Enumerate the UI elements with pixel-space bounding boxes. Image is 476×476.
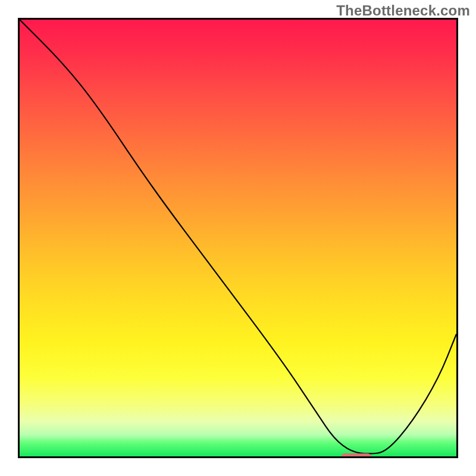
curve-path	[20, 20, 456, 453]
plot-area	[18, 18, 458, 458]
chart-container: TheBottleneck.com	[0, 0, 476, 476]
bottleneck-curve	[20, 20, 456, 456]
watermark-text: TheBottleneck.com	[336, 2, 470, 19]
optimum-marker	[341, 453, 372, 458]
